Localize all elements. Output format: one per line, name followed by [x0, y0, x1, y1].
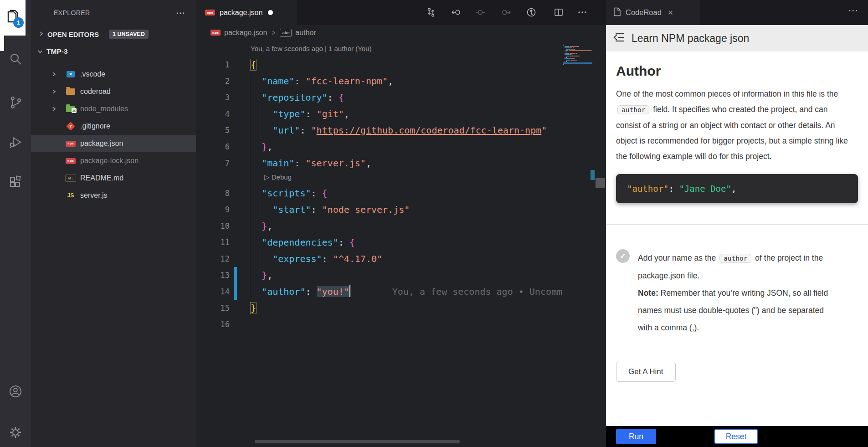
minimap[interactable] — [563, 45, 592, 67]
open-editors-label: OPEN EDITORS — [47, 31, 99, 38]
file-tree-item[interactable]: npmpackage.json — [31, 135, 196, 152]
tutorial-header: Learn NPM package json — [606, 25, 868, 51]
tab-package-json[interactable]: npm package.json — [196, 0, 297, 25]
breadcrumb-file[interactable]: package.json — [224, 29, 267, 37]
back-menu-icon[interactable] — [613, 31, 625, 45]
modified-gutter-indicator — [234, 267, 237, 283]
git-icon: Y — [65, 123, 77, 129]
code-line[interactable]: 6 }, — [196, 139, 606, 155]
previous-change-icon[interactable] — [451, 7, 461, 17]
file-tree: ✕.vscodecoderoadJSnode_modulesY.gitignor… — [31, 60, 196, 204]
current-change-icon[interactable] — [475, 7, 485, 17]
tab-coderoad[interactable]: CodeRoad × — [606, 0, 700, 25]
settings-gear-icon[interactable] — [8, 425, 23, 440]
code-line[interactable]: 16 — [196, 316, 606, 333]
code-line[interactable]: 11 "dependencies": { — [196, 234, 606, 251]
source-control-icon[interactable] — [8, 95, 23, 110]
file-tree-item[interactable]: npmpackage-lock.json — [31, 152, 196, 170]
file-tree-item[interactable]: coderoad — [31, 83, 196, 100]
sidebar-more-actions-icon[interactable]: ⋯ — [176, 7, 185, 18]
breadcrumb: npm package.json abc author — [196, 25, 606, 40]
more-actions-icon[interactable] — [577, 7, 587, 17]
js-icon: JS — [65, 192, 77, 199]
open-editors-section[interactable]: OPEN EDITORS 1 UNSAVED — [31, 26, 196, 43]
vscode-folder-icon: ✕ — [65, 71, 77, 77]
code-line[interactable]: 12 "express": "^4.17.0" — [196, 251, 606, 267]
task-item: ✓ Add your name as the author of the pro… — [616, 249, 858, 336]
minimap-lines — [563, 45, 592, 66]
panel-tab-strip: CodeRoad × ⋯ — [606, 0, 868, 25]
code-line[interactable]: 3 "repository": { — [196, 89, 606, 106]
split-editor-icon[interactable] — [554, 7, 564, 17]
run-debug-icon[interactable] — [8, 134, 23, 150]
panel-more-actions-icon[interactable]: ⋯ — [848, 5, 858, 16]
explorer-sidebar: EXPLORER ⋯ OPEN EDITORS 1 UNSAVED TMP-3 … — [31, 0, 196, 447]
reset-button[interactable]: Reset — [714, 429, 758, 444]
account-icon[interactable] — [8, 384, 23, 399]
task-check-icon: ✓ — [616, 249, 630, 263]
code-line[interactable]: 15} — [196, 300, 606, 316]
chevron-right-icon — [38, 30, 44, 38]
code-line[interactable]: 4 "type": "git", — [196, 106, 606, 122]
next-change-icon[interactable] — [501, 7, 511, 17]
code-line[interactable]: 10 }, — [196, 218, 606, 234]
codelens[interactable]: ▷ Debug — [196, 171, 606, 185]
code-line[interactable]: 13 }, — [196, 267, 606, 283]
minimap-current-line — [563, 62, 592, 64]
tab-label: package.json — [220, 9, 262, 17]
code-line[interactable]: 7 "main": "server.js", — [196, 155, 606, 171]
file-tree-item[interactable]: ✕.vscode — [31, 66, 196, 83]
horizontal-scrollbar[interactable] — [255, 440, 460, 443]
example-code: "author": "Jane Doe", — [627, 184, 736, 194]
code-line[interactable]: 8 "scripts": { — [196, 185, 606, 201]
breadcrumb-symbol[interactable]: author — [295, 29, 316, 37]
node-folder-icon: JS — [65, 106, 77, 112]
code-lines: You, a few seconds ago | 1 author (You)1… — [196, 40, 606, 333]
file-tree-item[interactable]: JSnode_modules — [31, 100, 196, 118]
run-button[interactable]: Run — [616, 429, 656, 444]
vscode-window: 1 EXPLORER ⋯ OPEN EDITORS 1 UNSA — [0, 0, 868, 447]
code-line[interactable]: 5 "url": "https://github.com/coderoad/fc… — [196, 122, 606, 139]
code-editor[interactable]: You, a few seconds ago | 1 author (You)1… — [196, 40, 606, 447]
vertical-scrollbar[interactable] — [596, 178, 605, 188]
npm-icon: npm — [65, 141, 77, 147]
open-changes-icon[interactable] — [426, 7, 436, 17]
codelens[interactable]: You, a few seconds ago | 1 author (You) — [196, 43, 606, 57]
file-tree-item[interactable]: M↓README.md — [31, 170, 196, 187]
editor-group: npm package.json — [196, 0, 606, 447]
chevron-right-icon — [271, 30, 276, 36]
markdown-icon: M↓ — [65, 175, 77, 182]
file-label: coderoad — [80, 87, 111, 96]
tutorial-title: Learn NPM package json — [632, 32, 749, 45]
chevron-right-icon — [51, 106, 57, 112]
file-label: node_modules — [80, 105, 128, 113]
close-icon[interactable]: × — [668, 8, 673, 18]
example-code-block: "author": "Jane Doe", — [616, 174, 858, 203]
panel-tab-label: CodeRoad — [626, 8, 662, 17]
folder-icon — [65, 88, 77, 95]
code-line[interactable]: 1{ — [196, 57, 606, 73]
file-icon — [613, 7, 621, 18]
dirty-indicator-icon[interactable] — [268, 10, 273, 15]
file-tree-item[interactable]: Y.gitignore — [31, 118, 196, 135]
activity-bar: 1 — [0, 0, 31, 447]
file-label: .vscode — [80, 70, 105, 78]
explorer-activity-item[interactable]: 1 — [0, 0, 26, 36]
npm-icon: npm — [205, 10, 215, 15]
edge-sliver — [0, 36, 4, 51]
inline-code: author — [617, 105, 649, 114]
lesson-paragraph: One of the most common pieces of informa… — [616, 86, 851, 164]
search-icon[interactable] — [8, 51, 23, 67]
get-hint-button[interactable]: Get A Hint — [616, 362, 676, 382]
divider — [606, 224, 868, 225]
code-line[interactable]: 9 "start": "node server.js" — [196, 201, 606, 218]
workspace-root-item[interactable]: TMP-3 — [31, 43, 196, 60]
code-line[interactable]: 14 "author": "you!"You, a few seconds ag… — [196, 283, 606, 300]
extensions-icon[interactable] — [8, 175, 23, 190]
lesson-heading: Author — [616, 63, 858, 79]
sidebar-title: EXPLORER — [54, 9, 176, 16]
file-tree-item[interactable]: JSserver.js — [31, 187, 196, 204]
commit-graph-icon[interactable] — [526, 7, 536, 17]
panel-footer: Run Reset — [606, 426, 868, 447]
code-line[interactable]: 2 "name": "fcc-learn-npm", — [196, 73, 606, 89]
